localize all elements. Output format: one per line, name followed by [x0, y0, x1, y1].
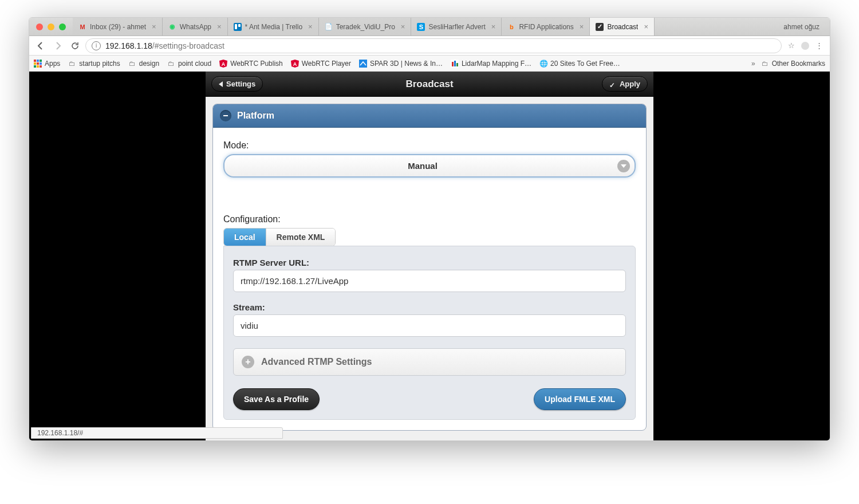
svg-text:A: A: [293, 61, 297, 67]
browser-menu-icon[interactable]: ⋮: [813, 41, 825, 50]
rtmp-url-input[interactable]: [233, 270, 626, 292]
upload-fmle-button[interactable]: Upload FMLE XML: [534, 388, 626, 410]
close-tab-icon[interactable]: ×: [215, 22, 222, 31]
rtmp-url-label: RTMP Server URL:: [233, 258, 626, 267]
browser-tab[interactable]: ✓Broadcast×: [590, 18, 655, 36]
bookmark-item[interactable]: SPAR 3D | News & In…: [359, 60, 443, 68]
tab-title: RFID Applications: [519, 23, 573, 31]
url-host: 192.168.1.18: [105, 41, 152, 50]
advanced-rtmp-toggle[interactable]: + Advanced RTMP Settings: [233, 348, 626, 376]
tab-title: Broadcast: [607, 23, 638, 31]
chevron-left-icon: [219, 81, 223, 87]
bookmark-star-icon[interactable]: ☆: [785, 41, 798, 50]
bookmark-label: design: [139, 60, 159, 68]
browser-tab[interactable]: ◉WhatsApp×: [163, 18, 228, 36]
close-tab-icon[interactable]: ×: [149, 22, 156, 31]
browser-tab[interactable]: 📄Teradek_VidiU_Pro×: [319, 18, 412, 36]
browser-tab[interactable]: * Ant Media | Trello×: [228, 18, 319, 36]
svg-rect-16: [359, 60, 367, 68]
page-title: Broadcast: [206, 78, 653, 90]
platform-panel: Platform Mode: Manual Configuration: Loc…: [212, 104, 647, 431]
svg-rect-4: [37, 60, 39, 62]
bookmark-item[interactable]: LidarMap Mapping F…: [451, 60, 531, 68]
svg-rect-5: [40, 60, 42, 62]
stream-input[interactable]: [233, 314, 626, 337]
minimize-window-icon[interactable]: [48, 23, 54, 30]
guest-avatar-icon[interactable]: [801, 42, 809, 50]
save-profile-button[interactable]: Save As a Profile: [233, 388, 320, 410]
svg-rect-3: [34, 60, 36, 62]
tab-strip: MInbox (29) - ahmet×◉WhatsApp×* Ant Medi…: [29, 18, 830, 36]
bookmark-item[interactable]: AWebRTC Player: [291, 60, 351, 68]
close-tab-icon[interactable]: ×: [399, 22, 405, 31]
collapse-icon: [220, 110, 231, 121]
url-path: /#settings-broadcast: [152, 41, 224, 50]
bookmark-item[interactable]: 🗀startup pitchs: [68, 60, 120, 68]
configuration-label: Configuration:: [223, 214, 636, 225]
omnibox[interactable]: i 192.168.1.18/#settings-broadcast: [85, 38, 782, 53]
bookmark-label: 20 Sites To Get Free…: [550, 60, 620, 68]
bookmark-item[interactable]: 🗀point cloud: [167, 60, 211, 68]
apps-grid-icon: [34, 60, 42, 68]
browser-tab[interactable]: SSesliHarfler Advert×: [411, 18, 502, 36]
svg-rect-6: [34, 62, 36, 65]
app-header: Settings Broadcast Apply: [206, 72, 653, 97]
close-tab-icon[interactable]: ×: [306, 22, 313, 31]
bookmark-label: WebRTC Publish: [230, 60, 283, 68]
close-tab-icon[interactable]: ×: [641, 22, 648, 31]
settings-back-button[interactable]: Settings: [211, 76, 263, 92]
browser-tab[interactable]: bRFID Applications×: [502, 18, 590, 36]
mode-select[interactable]: Manual: [223, 154, 636, 178]
back-button[interactable]: [34, 39, 48, 53]
maximize-window-icon[interactable]: [59, 23, 66, 30]
profile-name[interactable]: ahmet oğuz: [773, 23, 830, 31]
bookmarks-overflow-icon[interactable]: »: [751, 60, 755, 68]
apply-button[interactable]: Apply: [602, 76, 648, 92]
chevron-down-icon: [617, 160, 630, 172]
bookmark-label: LidarMap Mapping F…: [462, 60, 531, 68]
folder-icon: 🗀: [167, 60, 175, 68]
browser-window: MInbox (29) - ahmet×◉WhatsApp×* Ant Medi…: [29, 17, 830, 441]
site-info-icon[interactable]: i: [92, 41, 101, 50]
close-tab-icon[interactable]: ×: [577, 22, 584, 31]
forward-button[interactable]: [51, 39, 65, 53]
close-window-icon[interactable]: [36, 23, 43, 30]
reload-button[interactable]: [68, 39, 82, 53]
svg-rect-1: [235, 24, 237, 29]
advanced-rtmp-label: Advanced RTMP Settings: [261, 357, 372, 367]
svg-rect-10: [37, 65, 39, 68]
page-viewport: Settings Broadcast Apply Platform Mode:: [29, 72, 830, 440]
mode-value: Manual: [223, 154, 636, 178]
globe-icon: 🌐: [539, 60, 547, 68]
platform-panel-header[interactable]: Platform: [213, 104, 646, 128]
tab-title: * Ant Media | Trello: [245, 23, 303, 31]
close-tab-icon[interactable]: ×: [489, 22, 496, 31]
lidar-icon: [451, 60, 459, 68]
config-tab-local[interactable]: Local: [224, 229, 266, 246]
folder-icon: 🗀: [761, 60, 769, 68]
svg-rect-7: [37, 62, 39, 65]
bookmark-item[interactable]: AWebRTC Publish: [219, 60, 283, 68]
address-bar: i 192.168.1.18/#settings-broadcast ☆ ⋮: [29, 36, 830, 56]
apps-shortcut[interactable]: Apps: [34, 60, 60, 68]
angular-icon: A: [291, 60, 299, 68]
config-tab-remote-xml[interactable]: Remote XML: [266, 229, 336, 246]
tab-title: Teradek_VidiU_Pro: [336, 23, 395, 31]
platform-title: Platform: [237, 111, 274, 121]
other-bookmarks[interactable]: 🗀 Other Bookmarks: [761, 60, 825, 68]
other-bookmarks-label: Other Bookmarks: [772, 60, 825, 68]
bookmark-item[interactable]: 🌐20 Sites To Get Free…: [539, 60, 620, 68]
local-config-form: RTMP Server URL: Stream: + Advanced RTMP…: [223, 246, 636, 420]
browser-tab[interactable]: MInbox (29) - ahmet×: [73, 18, 163, 36]
bookmark-label: startup pitchs: [79, 60, 120, 68]
svg-rect-20: [456, 63, 458, 66]
check-icon: [609, 81, 616, 88]
angular-icon: A: [219, 60, 227, 68]
svg-rect-18: [452, 62, 454, 66]
stream-label: Stream:: [233, 302, 626, 312]
svg-rect-19: [454, 61, 456, 66]
svg-rect-11: [40, 65, 42, 68]
bookmark-item[interactable]: 🗀design: [128, 60, 159, 68]
svg-rect-8: [40, 62, 42, 65]
bookmark-label: WebRTC Player: [302, 60, 351, 68]
